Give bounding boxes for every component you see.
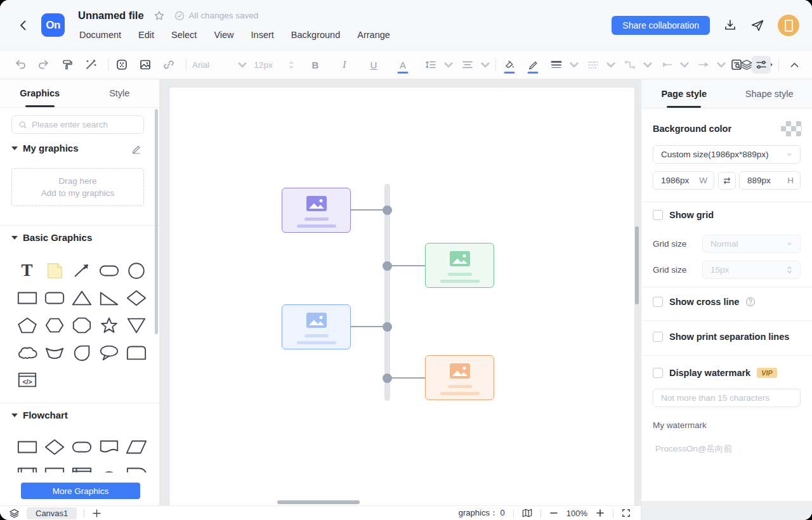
shape-inverted-triangle[interactable] xyxy=(122,311,150,339)
menu-document[interactable]: Document xyxy=(79,30,121,40)
arrow-end-icon[interactable] xyxy=(696,56,711,74)
watermark-text-input[interactable] xyxy=(653,389,801,407)
timeline-card-3[interactable] xyxy=(282,304,351,349)
shape-stadium[interactable] xyxy=(95,257,122,284)
line-color-icon[interactable] xyxy=(525,56,540,74)
pages-layers-icon[interactable] xyxy=(9,508,20,519)
timeline-dot[interactable] xyxy=(383,205,392,215)
shape-rounded-rectangle[interactable] xyxy=(41,284,68,311)
menu-edit[interactable]: Edit xyxy=(138,30,154,40)
background-color-swatch[interactable] xyxy=(781,121,802,136)
shape-speech-bubble[interactable] xyxy=(95,339,122,366)
undo-icon[interactable] xyxy=(13,56,28,74)
font-size-stepper[interactable] xyxy=(282,56,298,74)
grid-px-stepper[interactable]: 15px xyxy=(702,261,801,279)
drag-drop-zone[interactable]: Drag here Add to my graphics xyxy=(11,168,144,206)
basic-graphics-header[interactable]: Basic Graphics xyxy=(11,232,92,243)
format-painter-icon[interactable] xyxy=(60,56,75,74)
help-icon[interactable] xyxy=(745,297,756,307)
timeline-dot[interactable] xyxy=(383,261,392,271)
tab-style[interactable]: Style xyxy=(80,79,160,107)
font-family-caret-icon[interactable] xyxy=(233,56,249,74)
line-spacing-caret-icon[interactable] xyxy=(440,56,455,74)
shape-teardrop[interactable] xyxy=(68,339,95,366)
timeline-dot[interactable] xyxy=(383,374,392,383)
canvas-area[interactable] xyxy=(160,79,641,505)
shape-decision[interactable] xyxy=(41,433,68,460)
tab-graphics[interactable]: Graphics xyxy=(0,79,80,107)
swap-dimensions-button[interactable] xyxy=(718,172,736,190)
shape-star[interactable] xyxy=(95,311,122,339)
shape-code-block[interactable]: </> xyxy=(13,366,41,393)
link-icon[interactable] xyxy=(161,56,176,74)
sidebar-scrollbar[interactable] xyxy=(155,109,158,334)
magic-wand-icon[interactable] xyxy=(83,56,98,74)
arrow-start-icon[interactable] xyxy=(659,56,674,74)
shape-right-triangle[interactable] xyxy=(95,284,122,311)
line-weight-icon[interactable] xyxy=(549,56,564,74)
shape-document[interactable] xyxy=(95,433,122,460)
shape-diamond[interactable] xyxy=(122,284,150,311)
connector-caret-icon[interactable] xyxy=(639,56,654,74)
timeline-card-4[interactable] xyxy=(425,355,494,400)
shape-delay[interactable] xyxy=(122,460,150,472)
shape-terminator[interactable] xyxy=(68,433,95,460)
show-cross-line-checkbox[interactable] xyxy=(653,297,663,307)
show-grid-checkbox[interactable] xyxy=(653,210,663,220)
horizontal-scrollbar[interactable] xyxy=(277,500,360,504)
connector-line[interactable] xyxy=(391,377,425,379)
text-align-caret-icon[interactable] xyxy=(476,56,492,74)
send-icon[interactable] xyxy=(750,18,764,32)
zoom-in-icon[interactable] xyxy=(596,509,605,517)
flowchart-header[interactable]: Flowchart xyxy=(11,410,68,420)
line-style-caret-icon[interactable] xyxy=(602,56,617,74)
menu-select[interactable]: Select xyxy=(171,30,197,40)
canvas-page[interactable] xyxy=(169,88,634,505)
favorite-star-icon[interactable] xyxy=(154,10,165,22)
shape-stored-data[interactable] xyxy=(41,460,68,472)
text-align-icon[interactable] xyxy=(460,56,475,74)
timeline-dot[interactable] xyxy=(383,322,392,332)
shape-half-circle[interactable] xyxy=(95,460,122,472)
download-icon[interactable] xyxy=(723,18,737,32)
line-style-icon[interactable] xyxy=(586,56,601,74)
minimap-icon[interactable] xyxy=(522,508,532,518)
grid-style-select[interactable]: Normal xyxy=(702,235,801,253)
search-input[interactable] xyxy=(32,120,137,129)
shape-arrow[interactable] xyxy=(68,257,95,284)
shape-cloud[interactable] xyxy=(13,339,41,366)
menu-insert[interactable]: Insert xyxy=(251,30,274,40)
timeline-card-1[interactable] xyxy=(282,188,351,233)
width-input[interactable]: 1986px W xyxy=(653,171,714,190)
redo-icon[interactable] xyxy=(36,56,51,74)
menu-background[interactable]: Background xyxy=(291,30,340,40)
watermark-value[interactable]: ProcessOn@岳向前 xyxy=(655,443,732,455)
graphics-search[interactable] xyxy=(11,115,144,134)
fullscreen-icon[interactable] xyxy=(622,509,631,517)
line-spacing-icon[interactable] xyxy=(423,56,438,74)
shape-process[interactable] xyxy=(13,433,41,460)
add-canvas-icon[interactable] xyxy=(91,508,102,519)
insert-image-icon[interactable] xyxy=(138,56,153,74)
shape-rectangle[interactable] xyxy=(13,284,41,311)
vertical-scrollbar[interactable] xyxy=(635,226,639,304)
arrow-start-caret-icon[interactable] xyxy=(676,56,691,74)
shape-note[interactable] xyxy=(41,257,68,284)
connector-line[interactable] xyxy=(351,209,383,211)
shape-curved-trapezoid[interactable] xyxy=(41,339,68,366)
fill-color-icon[interactable] xyxy=(502,56,517,74)
panel-settings-icon[interactable] xyxy=(752,56,771,74)
connector-line[interactable] xyxy=(391,265,425,266)
font-family-select[interactable]: Arial xyxy=(192,56,225,74)
arrow-end-caret-icon[interactable] xyxy=(712,56,728,74)
document-title[interactable]: Unnamed file xyxy=(78,10,144,22)
italic-button[interactable]: I xyxy=(337,56,352,74)
show-print-checkbox[interactable] xyxy=(653,332,663,342)
font-size-input[interactable]: 12px xyxy=(252,56,274,74)
shape-hexagon[interactable] xyxy=(41,311,68,339)
underline-button[interactable]: U xyxy=(366,56,381,74)
tab-page-style[interactable]: Page style xyxy=(641,79,727,108)
back-icon[interactable] xyxy=(16,18,30,32)
connector-type-icon[interactable] xyxy=(622,56,638,74)
zoom-level[interactable]: 100% xyxy=(566,509,587,518)
